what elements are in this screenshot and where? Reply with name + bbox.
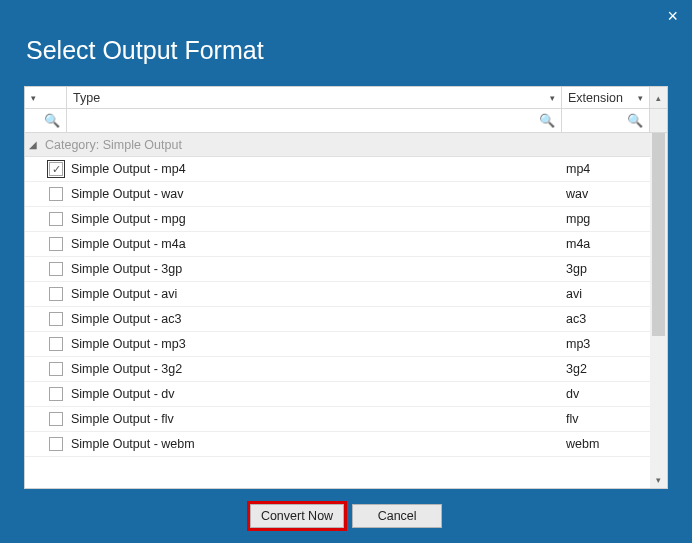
- row-checkbox-cell: [25, 437, 67, 451]
- search-icon: 🔍: [44, 113, 60, 128]
- chevron-down-icon: ▾: [31, 93, 36, 103]
- column-header-type-label: Type: [73, 91, 100, 105]
- column-header-check[interactable]: ▾: [25, 87, 67, 108]
- row-checkbox-cell: [25, 212, 67, 226]
- row-checkbox[interactable]: [49, 212, 63, 226]
- row-extension-label: avi: [562, 287, 650, 301]
- row-type-label: Simple Output - wav: [67, 187, 562, 201]
- filter-type-input[interactable]: 🔍: [67, 109, 562, 132]
- row-checkbox[interactable]: [49, 337, 63, 351]
- row-type-label: Simple Output - webm: [67, 437, 562, 451]
- row-extension-label: mp4: [562, 162, 650, 176]
- column-header-type[interactable]: Type ▾: [67, 87, 562, 108]
- dialog-title: Select Output Format: [0, 32, 692, 79]
- dialog-footer: Convert Now Cancel: [0, 489, 692, 543]
- row-extension-label: mp3: [562, 337, 650, 351]
- row-checkbox-cell: [25, 262, 67, 276]
- titlebar: ×: [0, 0, 692, 32]
- rows-container: ◢ Category: Simple Output Simple Output …: [25, 133, 650, 488]
- table-row[interactable]: Simple Output - flvflv: [25, 407, 650, 432]
- table-row[interactable]: Simple Output - 3g23g2: [25, 357, 650, 382]
- table-row[interactable]: Simple Output - ac3ac3: [25, 307, 650, 332]
- row-extension-label: wav: [562, 187, 650, 201]
- row-type-label: Simple Output - mp3: [67, 337, 562, 351]
- row-extension-label: ac3: [562, 312, 650, 326]
- row-checkbox-cell: [25, 187, 67, 201]
- row-type-label: Simple Output - mp4: [67, 162, 562, 176]
- row-type-label: Simple Output - avi: [67, 287, 562, 301]
- table-row[interactable]: Simple Output - mp4mp4: [25, 157, 650, 182]
- row-type-label: Simple Output - 3gp: [67, 262, 562, 276]
- row-checkbox-cell: [25, 287, 67, 301]
- search-icon: 🔍: [627, 113, 643, 128]
- table-row[interactable]: Simple Output - wavwav: [25, 182, 650, 207]
- row-checkbox[interactable]: [49, 362, 63, 376]
- filter-row: 🔍 🔍 🔍: [25, 109, 667, 133]
- scroll-thumb[interactable]: [652, 133, 665, 336]
- chevron-down-icon: ▾: [550, 93, 555, 103]
- table-row[interactable]: Simple Output - mpgmpg: [25, 207, 650, 232]
- row-type-label: Simple Output - mpg: [67, 212, 562, 226]
- row-checkbox[interactable]: [49, 312, 63, 326]
- vertical-scrollbar[interactable]: ▾: [650, 133, 667, 488]
- group-header[interactable]: ◢ Category: Simple Output: [25, 133, 650, 157]
- row-type-label: Simple Output - flv: [67, 412, 562, 426]
- row-extension-label: dv: [562, 387, 650, 401]
- search-icon: 🔍: [539, 113, 555, 128]
- filter-check-cell[interactable]: 🔍: [25, 109, 67, 132]
- scroll-down-button[interactable]: ▾: [650, 471, 667, 488]
- row-checkbox[interactable]: [49, 187, 63, 201]
- row-checkbox[interactable]: [49, 262, 63, 276]
- grid-body: ◢ Category: Simple Output Simple Output …: [25, 133, 667, 488]
- scroll-track[interactable]: [650, 133, 667, 471]
- row-extension-label: webm: [562, 437, 650, 451]
- table-row[interactable]: Simple Output - webmwebm: [25, 432, 650, 457]
- close-icon[interactable]: ×: [667, 6, 678, 27]
- row-checkbox[interactable]: [49, 412, 63, 426]
- table-row[interactable]: Simple Output - 3gp3gp: [25, 257, 650, 282]
- column-header-extension[interactable]: Extension ▾: [562, 87, 650, 108]
- grid: ▾ Type ▾ Extension ▾ ▴ 🔍 🔍: [25, 87, 667, 488]
- row-checkbox[interactable]: [49, 387, 63, 401]
- row-type-label: Simple Output - dv: [67, 387, 562, 401]
- table-row[interactable]: Simple Output - m4am4a: [25, 232, 650, 257]
- table-row[interactable]: Simple Output - aviavi: [25, 282, 650, 307]
- table-row[interactable]: Simple Output - mp3mp3: [25, 332, 650, 357]
- row-extension-label: 3gp: [562, 262, 650, 276]
- chevron-down-icon: ▾: [638, 93, 643, 103]
- group-header-label: Category: Simple Output: [45, 138, 182, 152]
- row-checkbox-cell: [25, 162, 67, 176]
- row-type-label: Simple Output - m4a: [67, 237, 562, 251]
- row-checkbox[interactable]: [49, 237, 63, 251]
- row-checkbox-cell: [25, 237, 67, 251]
- row-type-label: Simple Output - ac3: [67, 312, 562, 326]
- row-checkbox-cell: [25, 312, 67, 326]
- row-extension-label: mpg: [562, 212, 650, 226]
- row-checkbox-cell: [25, 337, 67, 351]
- row-checkbox[interactable]: [49, 437, 63, 451]
- row-checkbox-cell: [25, 387, 67, 401]
- row-type-label: Simple Output - 3g2: [67, 362, 562, 376]
- row-checkbox[interactable]: [49, 287, 63, 301]
- scrollbar-spacer: [650, 109, 667, 132]
- column-header-row: ▾ Type ▾ Extension ▾ ▴: [25, 87, 667, 109]
- row-extension-label: 3g2: [562, 362, 650, 376]
- row-checkbox-cell: [25, 412, 67, 426]
- row-checkbox[interactable]: [49, 162, 63, 176]
- filter-extension-input[interactable]: 🔍: [562, 109, 650, 132]
- grid-container: ▾ Type ▾ Extension ▾ ▴ 🔍 🔍: [24, 86, 668, 489]
- collapse-icon: ◢: [29, 139, 37, 150]
- column-header-extension-label: Extension: [568, 91, 623, 105]
- dialog-window: × Select Output Format ▾ Type ▾ Extensio…: [0, 0, 692, 543]
- row-extension-label: m4a: [562, 237, 650, 251]
- row-checkbox-cell: [25, 362, 67, 376]
- cancel-button[interactable]: Cancel: [352, 504, 442, 528]
- convert-now-button[interactable]: Convert Now: [250, 504, 344, 528]
- scroll-up-button[interactable]: ▴: [650, 87, 667, 108]
- table-row[interactable]: Simple Output - dvdv: [25, 382, 650, 407]
- row-extension-label: flv: [562, 412, 650, 426]
